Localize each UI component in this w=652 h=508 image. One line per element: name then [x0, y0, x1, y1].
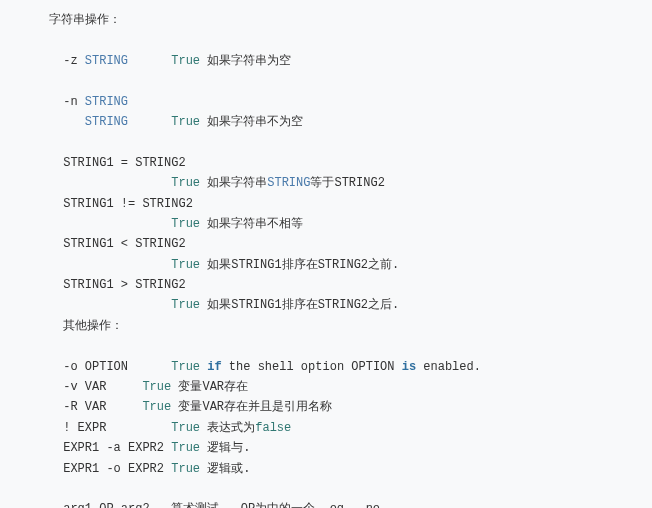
code-token: ! EXPR	[20, 421, 171, 435]
code-token	[128, 115, 171, 129]
code-line: 其他操作：	[20, 316, 632, 336]
code-token: 如果字符串不为空	[200, 115, 303, 129]
code-token: arg1 OP arg2 算术测试. OP为中的一个 -eq, -ne,	[20, 502, 387, 508]
code-line: EXPR1 -a EXPR2 True 逻辑与.	[20, 438, 632, 458]
code-token: True	[171, 441, 200, 455]
code-token: false	[255, 421, 291, 435]
code-token: STRING1 != STRING2	[20, 197, 193, 211]
code-token: STRING1 > STRING2	[20, 278, 186, 292]
code-line: -o OPTION True if the shell option OPTIO…	[20, 357, 632, 377]
code-token: 如果字符串	[200, 176, 267, 190]
code-token: if	[207, 360, 221, 374]
code-token	[20, 176, 171, 190]
code-line: -n STRING	[20, 92, 632, 112]
code-token	[20, 298, 171, 312]
code-token: -z	[20, 54, 85, 68]
code-line	[20, 30, 632, 50]
code-token	[20, 258, 171, 272]
code-line: arg1 OP arg2 算术测试. OP为中的一个 -eq, -ne,	[20, 499, 632, 508]
code-token: 如果字符串为空	[200, 54, 291, 68]
code-token: enabled.	[416, 360, 481, 374]
code-token: -v VAR	[20, 380, 142, 394]
code-line: STRING True 如果字符串不为空	[20, 112, 632, 132]
code-token: EXPR1 -o EXPR2	[20, 462, 171, 476]
code-token: STRING	[267, 176, 310, 190]
code-line: True 如果STRING1排序在STRING2之后.	[20, 295, 632, 315]
code-line	[20, 132, 632, 152]
code-token	[20, 115, 85, 129]
code-token: True	[171, 217, 200, 231]
code-token: EXPR1 -a EXPR2	[20, 441, 171, 455]
code-line: STRING1 < STRING2	[20, 234, 632, 254]
code-line: True 如果字符串STRING等于STRING2	[20, 173, 632, 193]
code-token: True	[171, 258, 200, 272]
code-line: 字符串操作：	[20, 10, 632, 30]
code-token: 逻辑与.	[200, 441, 250, 455]
code-line	[20, 336, 632, 356]
code-line: STRING1 != STRING2	[20, 194, 632, 214]
code-token: -o OPTION	[20, 360, 171, 374]
code-token: True	[171, 462, 200, 476]
code-token: 如果STRING1排序在STRING2之前.	[200, 258, 399, 272]
code-token: STRING	[85, 54, 128, 68]
code-token: True	[142, 400, 171, 414]
code-token: -R VAR	[20, 400, 142, 414]
code-line	[20, 479, 632, 499]
code-line: ! EXPR True 表达式为false	[20, 418, 632, 438]
code-token: STRING	[85, 95, 128, 109]
code-token: True	[142, 380, 171, 394]
code-token: STRING1 < STRING2	[20, 237, 186, 251]
code-token: True	[171, 115, 200, 129]
code-line: True 如果字符串不相等	[20, 214, 632, 234]
code-token: True	[171, 176, 200, 190]
code-line	[20, 71, 632, 91]
code-token: 等于STRING2	[310, 176, 384, 190]
code-block: 字符串操作： -z STRING True 如果字符串为空 -n STRING …	[0, 0, 652, 508]
code-token	[20, 217, 171, 231]
code-token	[128, 54, 171, 68]
code-line: True 如果STRING1排序在STRING2之前.	[20, 255, 632, 275]
code-line: EXPR1 -o EXPR2 True 逻辑或.	[20, 459, 632, 479]
code-token: True	[171, 421, 200, 435]
code-token: 逻辑或.	[200, 462, 250, 476]
code-token: STRING	[85, 115, 128, 129]
code-token: 其他操作：	[20, 319, 123, 333]
code-token: 表达式为	[200, 421, 255, 435]
code-token: the shell option OPTION	[222, 360, 402, 374]
code-token: True	[171, 360, 200, 374]
code-token: 变量VAR存在	[171, 380, 248, 394]
code-token: 如果字符串不相等	[200, 217, 303, 231]
code-token: is	[402, 360, 416, 374]
code-token: STRING1 = STRING2	[20, 156, 186, 170]
code-token: True	[171, 54, 200, 68]
code-line: -v VAR True 变量VAR存在	[20, 377, 632, 397]
code-line: STRING1 > STRING2	[20, 275, 632, 295]
code-line: -z STRING True 如果字符串为空	[20, 51, 632, 71]
code-line: -R VAR True 变量VAR存在并且是引用名称	[20, 397, 632, 417]
code-token: 字符串操作：	[20, 13, 121, 27]
code-token: -n	[20, 95, 85, 109]
code-token: True	[171, 298, 200, 312]
code-line: STRING1 = STRING2	[20, 153, 632, 173]
code-token: 变量VAR存在并且是引用名称	[171, 400, 332, 414]
code-token: 如果STRING1排序在STRING2之后.	[200, 298, 399, 312]
